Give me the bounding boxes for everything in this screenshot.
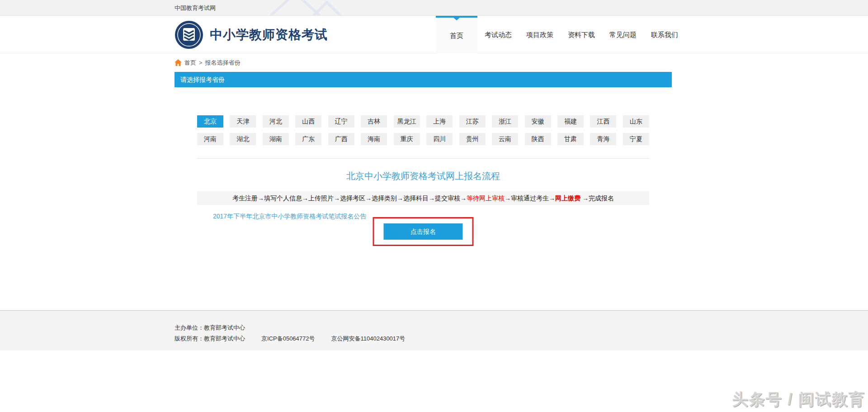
nav-item-faq[interactable]: 常见问题	[602, 16, 644, 53]
flow-segment: →审核通过考生→	[505, 194, 555, 202]
province-button[interactable]: 辽宁	[328, 115, 354, 128]
province-button[interactable]: 江西	[590, 115, 616, 128]
province-button[interactable]: 山西	[295, 115, 321, 128]
flow-segment-payment: 网上缴费	[555, 194, 580, 202]
province-button[interactable]: 河北	[263, 115, 289, 128]
province-button[interactable]: 陕西	[525, 133, 551, 145]
province-button[interactable]: 福建	[557, 115, 584, 128]
province-button[interactable]: 甘肃	[557, 133, 584, 145]
home-icon	[175, 59, 182, 66]
province-button[interactable]: 湖北	[230, 133, 256, 145]
province-button-selected[interactable]: 北京	[197, 115, 223, 128]
province-button[interactable]: 天津	[230, 115, 256, 128]
signup-button[interactable]: 点击报名	[384, 223, 463, 240]
watermark: 头条号 / 闽试教育	[732, 389, 865, 410]
province-button[interactable]: 重庆	[394, 133, 420, 145]
province-button[interactable]: 吉林	[361, 115, 387, 128]
province-button[interactable]: 江苏	[459, 115, 486, 128]
flow-segment: 考生注册→填写个人信息→上传照片→选择考区→选择类别→选择科目→提交审核→	[232, 194, 467, 202]
province-button[interactable]: 河南	[197, 133, 223, 145]
flow-segment: →完成报名	[580, 194, 614, 202]
process-title: 北京中小学教师资格考试网上报名流程	[197, 170, 649, 182]
header: 中小学教师资格考试 首页 考试动态 项目政策 资料下载 常见问题 联系我们	[0, 16, 868, 53]
footer-copyright-line: 版权所有：教育部考试中心京ICP备05064772号京公网安备110402430…	[175, 333, 672, 344]
footer-organizer: 主办单位：教育部考试中心	[175, 322, 672, 333]
nav-item-home[interactable]: 首页	[436, 16, 477, 53]
province-button[interactable]: 湖南	[263, 133, 289, 145]
announcement-link[interactable]: 2017年下半年北京市中小学教师资格考试笔试报名公告	[213, 213, 366, 221]
breadcrumb-separator: >	[199, 59, 203, 66]
breadcrumb: 首页 > 报名选择省份	[175, 53, 672, 72]
footer-police: 京公网安备110402430017号	[331, 335, 406, 342]
province-row-1: 北京天津河北山西辽宁吉林黑龙江上海江苏浙江安徽福建江西山东	[197, 115, 649, 128]
province-row-2: 河南湖北湖南广东广西海南重庆四川贵州云南陕西甘肃青海宁夏	[197, 133, 649, 145]
main-content: 北京天津河北山西辽宁吉林黑龙江上海江苏浙江安徽福建江西山东 河南湖北湖南广东广西…	[0, 87, 868, 310]
breadcrumb-home-link[interactable]: 首页	[184, 59, 196, 67]
province-button[interactable]: 广东	[295, 133, 321, 145]
divider	[197, 158, 649, 159]
footer-icp: 京ICP备05064772号	[261, 335, 315, 342]
province-button[interactable]: 云南	[492, 133, 518, 145]
nav-item-contact[interactable]: 联系我们	[644, 16, 685, 53]
main-nav: 首页 考试动态 项目政策 资料下载 常见问题 联系我们	[436, 16, 685, 53]
signup-area: 2017年下半年北京市中小学教师资格考试笔试报名公告 点击报名	[197, 211, 649, 247]
province-button[interactable]: 山东	[623, 115, 649, 128]
breadcrumb-current: 报名选择省份	[205, 59, 241, 67]
footer-copyright: 版权所有：教育部考试中心	[175, 335, 245, 342]
province-button[interactable]: 上海	[426, 115, 453, 128]
province-banner-title: 请选择报考省份	[180, 76, 225, 83]
nav-item-downloads[interactable]: 资料下载	[561, 16, 602, 53]
site-name: 中国教育考试网	[175, 5, 216, 11]
nav-item-policies[interactable]: 项目政策	[519, 16, 561, 53]
province-button[interactable]: 广西	[328, 133, 354, 145]
process-flow: 考生注册→填写个人信息→上传照片→选择考区→选择类别→选择科目→提交审核→等待网…	[197, 191, 649, 205]
province-banner: 请选择报考省份	[175, 72, 672, 87]
footer: 主办单位：教育部考试中心 版权所有：教育部考试中心京ICP备05064772号京…	[0, 310, 868, 350]
brand-title: 中小学教师资格考试	[210, 26, 328, 43]
nav-item-exam-news[interactable]: 考试动态	[477, 16, 519, 53]
flow-segment-review: 等待网上审核	[467, 194, 505, 202]
logo-icon	[175, 20, 203, 49]
province-button[interactable]: 黑龙江	[394, 115, 420, 128]
province-button[interactable]: 四川	[426, 133, 453, 145]
province-grid: 北京天津河北山西辽宁吉林黑龙江上海江苏浙江安徽福建江西山东 河南湖北湖南广东广西…	[197, 87, 649, 145]
province-button[interactable]: 贵州	[459, 133, 486, 145]
province-button[interactable]: 青海	[590, 133, 616, 145]
topbar: 中国教育考试网	[0, 0, 868, 16]
province-button[interactable]: 安徽	[525, 115, 551, 128]
province-button[interactable]: 海南	[361, 133, 387, 145]
province-button[interactable]: 浙江	[492, 115, 518, 128]
annotation-red-box: 点击报名	[373, 217, 474, 246]
province-button[interactable]: 宁夏	[623, 133, 649, 145]
